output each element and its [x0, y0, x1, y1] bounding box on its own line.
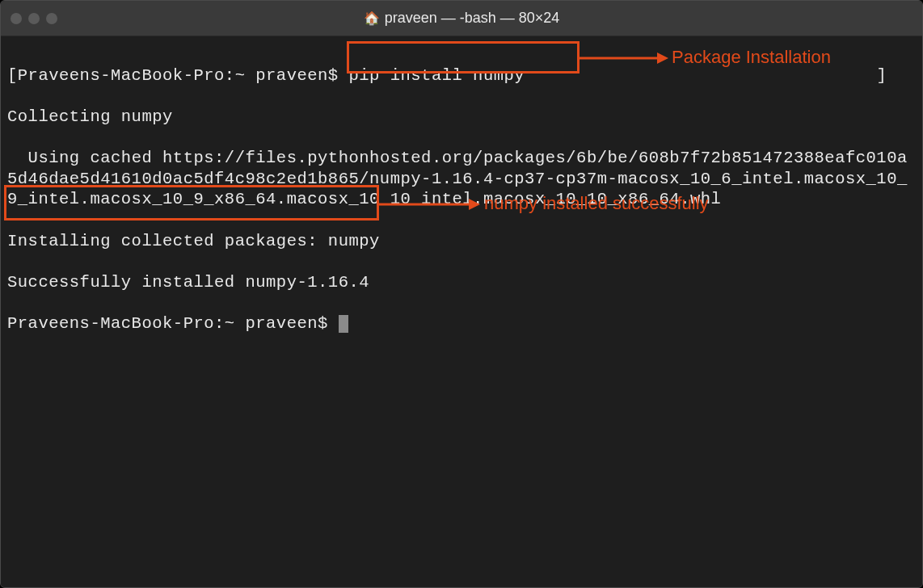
prompt-prefix: [Praveens-MacBook-Pro:~ praveen$: [7, 66, 348, 85]
title-bar: 🏠 praveen — -bash — 80×24: [1, 1, 922, 36]
output-installing: Installing collected packages: numpy: [7, 231, 916, 252]
output-cached: Using cached https://files.pythonhosted.…: [7, 148, 916, 210]
prompt-suffix: ]: [525, 66, 887, 85]
minimize-button[interactable]: [28, 13, 40, 24]
zoom-button[interactable]: [46, 13, 57, 24]
close-button[interactable]: [11, 13, 22, 24]
window-title: 🏠 praveen — -bash — 80×24: [364, 10, 560, 27]
cursor: [339, 315, 348, 333]
output-success: Successfully installed numpy-1.16.4: [7, 272, 916, 293]
annotation-package-install: Package Installation: [672, 47, 831, 68]
terminal-content[interactable]: [Praveens-MacBook-Pro:~ praveen$ pip ins…: [1, 36, 922, 587]
home-icon: 🏠: [364, 10, 380, 26]
command-text: pip install numpy: [348, 66, 525, 85]
prompt-line-1: [Praveens-MacBook-Pro:~ praveen$ pip ins…: [7, 65, 916, 86]
annotation-success: numpy installed successfully: [484, 193, 709, 214]
window-title-text: praveen — -bash — 80×24: [385, 10, 560, 27]
output-collecting: Collecting numpy: [7, 107, 916, 128]
prompt-text: Praveens-MacBook-Pro:~ praveen$: [7, 314, 339, 333]
terminal-window: 🏠 praveen — -bash — 80×24 [Praveens-MacB…: [0, 0, 923, 588]
prompt-line-2: Praveens-MacBook-Pro:~ praveen$: [7, 313, 916, 334]
traffic-lights: [11, 13, 57, 24]
